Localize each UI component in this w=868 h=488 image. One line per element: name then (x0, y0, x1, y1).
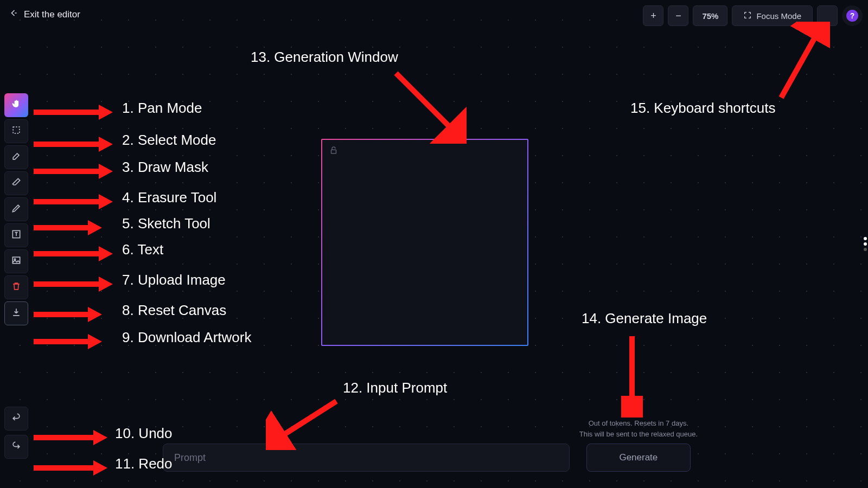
plus-icon: + (650, 10, 656, 22)
question-icon: ? (846, 10, 858, 22)
draw-mask-tool[interactable] (4, 145, 28, 169)
status-line-1: Out of tokens. Resets in 7 days. (579, 418, 698, 429)
svg-line-13 (781, 30, 819, 98)
image-icon (11, 255, 22, 268)
svg-line-9 (396, 73, 456, 133)
trash-icon (11, 281, 22, 294)
reset-canvas-button[interactable] (4, 275, 28, 299)
svg-rect-1 (13, 127, 20, 133)
annotation-arrow-8 (34, 307, 102, 322)
annotation-arrow-14 (621, 331, 643, 418)
annotation-arrow-10 (34, 430, 107, 445)
text-tool[interactable] (4, 223, 28, 247)
zoom-in-button[interactable]: + (643, 5, 663, 26)
eraser-tool[interactable] (4, 171, 28, 195)
generate-status: Out of tokens. Resets in 7 days. This wi… (579, 418, 698, 439)
status-line-2: This will be sent to the relaxed queue. (579, 429, 698, 440)
generation-window[interactable] (321, 139, 528, 346)
annotation-arrow-15 (770, 22, 830, 103)
annotation-arrow-11 (34, 460, 107, 476)
annotation-label-4: 4. Erasure Tool (122, 189, 216, 206)
right-edge-handle[interactable] (864, 237, 867, 251)
eraser-icon (11, 177, 22, 190)
focus-icon (743, 11, 752, 21)
redo-button[interactable] (4, 435, 28, 459)
generate-button[interactable]: Generate (586, 444, 691, 472)
brush-icon (11, 151, 22, 164)
annotation-label-11: 11. Redo (115, 455, 173, 472)
download-artwork-button[interactable] (4, 301, 28, 325)
annotation-arrow-4 (34, 194, 113, 209)
svg-rect-5 (331, 150, 336, 153)
annotation-arrow-5 (34, 220, 102, 235)
generate-label: Generate (619, 452, 658, 463)
annotation-arrow-6 (34, 246, 113, 261)
undo-button[interactable] (4, 407, 28, 431)
annotation-label-3: 3. Draw Mask (122, 159, 208, 176)
upload-image-tool[interactable] (4, 249, 28, 273)
sketch-tool[interactable] (4, 197, 28, 221)
annotation-label-2: 2. Select Mode (122, 132, 216, 149)
annotation-label-15: 15. Keyboard shortcuts (630, 100, 775, 117)
text-icon (11, 229, 22, 242)
svg-rect-3 (12, 257, 20, 264)
pencil-icon (11, 203, 22, 216)
undo-icon (11, 412, 22, 425)
prompt-input[interactable] (174, 452, 558, 464)
back-icon (8, 8, 18, 21)
help-button[interactable]: ? (842, 5, 863, 26)
annotation-label-13: 13. Generation Window (251, 49, 398, 66)
annotation-label-5: 5. Sketch Tool (122, 215, 210, 232)
redo-icon (11, 440, 22, 453)
prompt-bar (163, 444, 570, 472)
annotation-label-6: 6. Text (122, 241, 163, 258)
annotation-label-9: 9. Download Artwork (122, 329, 251, 346)
annotation-label-1: 1. Pan Mode (122, 100, 202, 117)
exit-label: Exit the editor (24, 9, 80, 20)
annotation-arrow-3 (34, 164, 113, 179)
annotation-arrow-2 (34, 137, 113, 152)
minus-icon: − (675, 10, 681, 22)
zoom-level[interactable]: 75% (693, 5, 727, 26)
select-tool[interactable] (4, 119, 28, 143)
annotation-arrow-7 (34, 277, 113, 292)
svg-line-7 (277, 401, 336, 439)
zoom-out-button[interactable]: − (668, 5, 688, 26)
annotation-arrow-1 (34, 105, 113, 120)
hand-icon (11, 99, 22, 112)
annotation-arrow-9 (34, 334, 102, 349)
exit-editor-button[interactable]: Exit the editor (8, 8, 80, 21)
annotation-label-12: 12. Input Prompt (343, 380, 447, 396)
download-icon (11, 307, 22, 320)
focus-mode-label: Focus Mode (756, 11, 801, 21)
annotation-label-14: 14. Generate Image (582, 310, 707, 327)
annotation-arrow-13 (385, 68, 467, 144)
annotation-arrow-12 (266, 396, 342, 450)
pan-tool[interactable] (4, 93, 28, 117)
annotation-label-7: 7. Upload Image (122, 272, 226, 288)
unlock-icon (329, 145, 339, 155)
annotation-label-10: 10. Undo (115, 425, 173, 442)
select-icon (11, 125, 22, 138)
annotation-label-8: 8. Reset Canvas (122, 302, 226, 319)
